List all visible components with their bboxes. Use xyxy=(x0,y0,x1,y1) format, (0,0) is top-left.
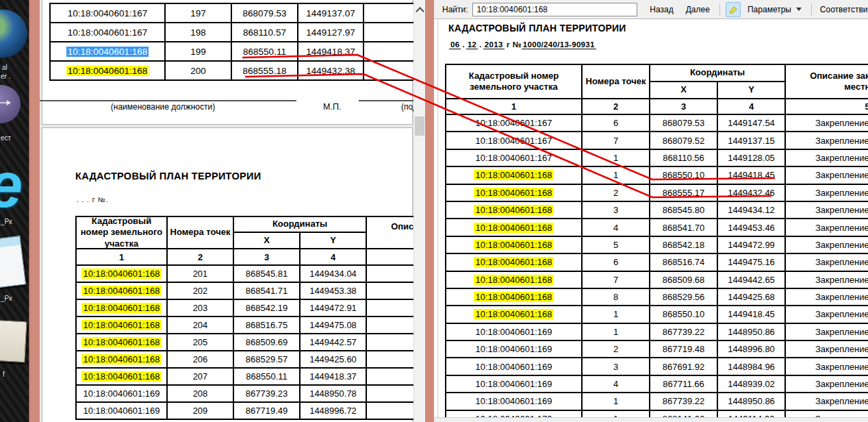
table-cell: 4 xyxy=(583,376,650,393)
table-header-row: Кадастровый номер земельного участка Ном… xyxy=(446,65,868,99)
table-cell: 1449472.91 xyxy=(301,300,367,317)
table-cell: 10:18:0040601:167 xyxy=(446,132,583,149)
column-number-row: 1 2 3 4 5 xyxy=(77,249,413,266)
table-cell: Закрепление отсутствует xyxy=(786,393,868,410)
find-back-button[interactable]: Назад xyxy=(648,3,674,16)
table-cell: 868110.56 xyxy=(650,150,718,167)
table-cell: 1449475.16 xyxy=(718,254,786,271)
horizontal-scrollbar-strip[interactable] xyxy=(434,417,868,422)
table-cell: 198 xyxy=(166,23,232,42)
table-cell: 197 xyxy=(166,4,232,23)
table-cell: 867739.22 xyxy=(650,393,718,410)
table-cell: 207 xyxy=(168,369,234,386)
table-cell xyxy=(367,369,413,386)
table-cell: Закрепление отсутствует xyxy=(786,358,868,375)
table-row: 10:18:0040601:168207868550.111449418.37 xyxy=(77,369,413,386)
table-cell: Закрепление отсутствует xyxy=(786,132,868,149)
table-cell: 10:18:0040601:168 xyxy=(77,283,168,300)
document-number-line: . . . г №. xyxy=(77,196,109,203)
table-cell: 1448939.02 xyxy=(718,376,786,393)
table-cell: Закрепление отсутствует xyxy=(786,306,868,323)
table-cell: 868509.69 xyxy=(234,334,301,351)
purple-app-icon[interactable] xyxy=(0,85,21,123)
table-cell: 1448950.86 xyxy=(718,324,786,341)
table-cell xyxy=(364,42,413,62)
table-cell: 1449418.45 xyxy=(718,167,786,184)
table-cell: 868555.18 xyxy=(232,62,298,81)
internet-explorer-icon[interactable]: e xyxy=(0,153,23,216)
table-cell: 10:18:0040601:169 xyxy=(446,358,583,375)
table-cell: Закрепление отсутствует xyxy=(786,237,868,254)
table-cell xyxy=(367,283,413,300)
table-cell: 1449432.46 xyxy=(718,185,786,202)
table-row: 10:18:0040601:1671868110.561449128.05Зак… xyxy=(446,150,868,167)
table-cell: 1448950.78 xyxy=(301,386,367,403)
table-cell: 868541.71 xyxy=(234,283,301,300)
table-cell: 2 xyxy=(583,341,650,358)
signature-sign-label: (подпись) xyxy=(401,102,413,112)
signature-rule xyxy=(40,100,296,101)
header-point-numbers: Номера точек xyxy=(583,65,650,99)
table-row: 10:18:0040601:168204868516.751449475.08 xyxy=(77,317,413,334)
table-row: 10:18:0040601:168200868555.181449432.38 xyxy=(51,62,413,81)
signature-position-label: (наименование должности) xyxy=(53,102,272,112)
notepad-icon[interactable] xyxy=(0,236,26,288)
matches-label: Соответствия xyxy=(820,5,868,14)
table-cell: 209 xyxy=(168,403,234,420)
table-row: 10:18:0040601:169209867719.491448996.72 xyxy=(77,403,413,420)
table-cell: 868550.10 xyxy=(650,306,718,323)
table-cell: 10:18:0040601:168 xyxy=(446,202,583,219)
find-input[interactable] xyxy=(472,3,638,16)
table-cell: 10:18:0040601:167 xyxy=(446,150,583,167)
header-description: Описание закрепления на местности xyxy=(367,217,413,249)
table-cell: 6 xyxy=(583,115,650,132)
table-cell: 1 xyxy=(583,150,650,167)
highlighted-cadastral-number: 10:18:0040601:168 xyxy=(474,275,553,285)
left-window-scrollbar[interactable] xyxy=(413,0,425,422)
document-date-line: 06.12.2013 г №1000/240/13-90931 xyxy=(449,40,596,49)
find-next-button[interactable]: Далее xyxy=(685,3,711,16)
table-row: 10:18:0040601:168203868542.191449472.91 xyxy=(77,300,413,317)
header-x: X xyxy=(650,82,718,99)
table-cell: 867739.23 xyxy=(234,386,301,403)
selected-cadastral-number: 10:18:0040601:168 xyxy=(66,47,149,57)
table-cell: 868541.70 xyxy=(650,219,718,236)
table-row: 10:18:0040601:1685868542.181449472.99Зак… xyxy=(446,237,868,254)
table-cell: 1 xyxy=(583,324,650,341)
table-header-row: Кадастровый номер земельного участка Ном… xyxy=(77,217,413,249)
signature-rule xyxy=(359,100,413,101)
earth-globe-icon[interactable] xyxy=(0,10,27,58)
highlight-all-button[interactable] xyxy=(726,2,741,17)
table-cell: 10:18:0040601:168 xyxy=(446,272,583,289)
highlighted-cadastral-number: 10:18:0040601:168 xyxy=(474,240,553,250)
table-row: 10:18:0040601:169208867739.231448950.78 xyxy=(77,386,413,403)
table-cell: 868529.57 xyxy=(234,351,301,369)
header-y: Y xyxy=(301,233,367,249)
table-cell: 10:18:0040601:168 xyxy=(446,219,583,236)
scrollbar-up-button[interactable] xyxy=(414,1,425,18)
table-cell: 868509.68 xyxy=(650,272,718,289)
folder-icon[interactable] xyxy=(0,320,27,362)
cadastral-table-top: 10:18:0040601:167197868079.531449137.071… xyxy=(49,3,413,81)
highlighted-cadastral-number: 10:18:0040601:168 xyxy=(474,309,553,319)
table-cell: 868542.19 xyxy=(234,300,301,317)
cadastral-table-left: Кадастровый номер земельного участка Ном… xyxy=(75,216,413,420)
column-number: 2 xyxy=(583,99,650,115)
date-infix: г № xyxy=(507,40,522,49)
header-coordinates: Координаты xyxy=(650,65,786,82)
find-options-button[interactable]: Параметры xyxy=(746,3,803,16)
table-cell: 1 xyxy=(583,167,650,184)
table-cell: 868555.17 xyxy=(650,185,718,202)
table-cell: 868550.10 xyxy=(650,167,718,184)
column-number: 5 xyxy=(786,99,868,115)
table-row: 10:18:0040601:1686868516.741449475.16Зак… xyxy=(446,254,868,271)
table-cell: 868550.11 xyxy=(232,42,298,62)
table-cell: 1 xyxy=(583,393,650,410)
table-row: 10:18:0040601:1684868541.701449453.46Зак… xyxy=(446,219,868,236)
table-cell: 1449434.12 xyxy=(718,202,786,219)
table-row: 10:18:0040601:168205868509.691449442.57 xyxy=(77,334,413,351)
table-cell: 1449475.08 xyxy=(301,317,367,334)
scrollbar-thumb[interactable] xyxy=(415,116,424,136)
table-cell: 8 xyxy=(583,289,650,306)
date-month: 12 xyxy=(466,40,478,49)
